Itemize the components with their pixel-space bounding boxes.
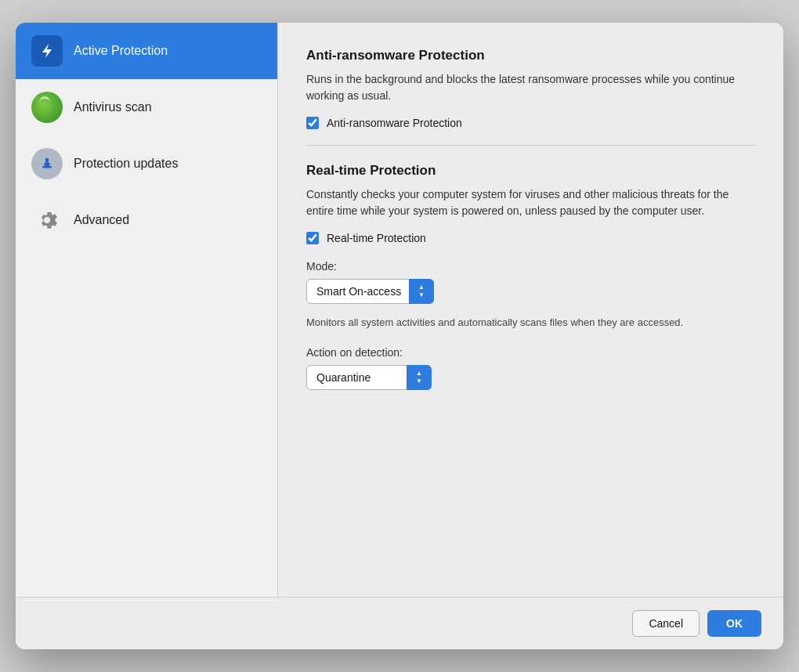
action-select-wrapper: Quarantine Delete Alert Only <box>306 365 432 390</box>
main-dialog: Active Protection Antivirus scan <box>16 23 783 649</box>
action-select[interactable]: Quarantine Delete Alert Only <box>306 365 432 390</box>
ok-button[interactable]: OK <box>707 610 761 637</box>
anti-ransomware-desc: Runs in the background and blocks the la… <box>306 71 755 104</box>
real-time-checkbox-row: Real-time Protection <box>306 232 755 244</box>
action-label: Action on detection: <box>306 346 755 359</box>
anti-ransomware-section: Anti-ransomware Protection Runs in the b… <box>306 48 755 129</box>
advanced-icon <box>31 204 63 236</box>
dialog-footer: Cancel OK <box>16 597 783 649</box>
download-icon <box>38 155 56 172</box>
section-divider <box>306 145 755 146</box>
anti-ransomware-checkbox-label: Anti-ransomware Protection <box>327 117 462 129</box>
svg-marker-0 <box>42 44 52 58</box>
mode-label: Mode: <box>306 260 755 273</box>
real-time-checkbox[interactable] <box>306 232 319 244</box>
sidebar-item-advanced[interactable]: Advanced <box>16 192 277 248</box>
sidebar-item-antivirus-scan[interactable]: Antivirus scan <box>16 79 277 135</box>
sidebar-label-advanced: Advanced <box>74 213 129 227</box>
anti-ransomware-checkbox[interactable] <box>306 117 319 129</box>
real-time-title: Real-time Protection <box>306 163 755 179</box>
sidebar: Active Protection Antivirus scan <box>16 23 278 597</box>
mode-select[interactable]: Smart On-access Full Quick <box>306 279 434 304</box>
sidebar-item-active-protection[interactable]: Active Protection <box>16 23 277 79</box>
real-time-section: Real-time Protection Constantly checks y… <box>306 163 755 401</box>
dialog-body: Active Protection Antivirus scan <box>16 23 783 597</box>
active-protection-icon <box>31 35 63 67</box>
main-content: Anti-ransomware Protection Runs in the b… <box>278 23 783 597</box>
real-time-desc: Constantly checks your computer system f… <box>306 186 755 219</box>
gear-icon <box>33 206 61 234</box>
sidebar-label-active-protection: Active Protection <box>74 44 168 58</box>
updates-icon <box>31 148 63 179</box>
cancel-button[interactable]: Cancel <box>632 610 700 637</box>
real-time-checkbox-label: Real-time Protection <box>327 232 426 244</box>
anti-ransomware-title: Anti-ransomware Protection <box>306 48 755 63</box>
sidebar-label-updates: Protection updates <box>74 157 178 171</box>
anti-ransomware-checkbox-row: Anti-ransomware Protection <box>306 117 755 129</box>
sidebar-label-antivirus: Antivirus scan <box>74 100 152 114</box>
antivirus-icon <box>31 92 63 123</box>
mode-select-wrapper: Smart On-access Full Quick <box>306 279 434 304</box>
sidebar-item-protection-updates[interactable]: Protection updates <box>16 135 277 192</box>
lightning-icon <box>39 42 55 60</box>
mode-description: Monitors all system activities and autom… <box>306 315 755 331</box>
